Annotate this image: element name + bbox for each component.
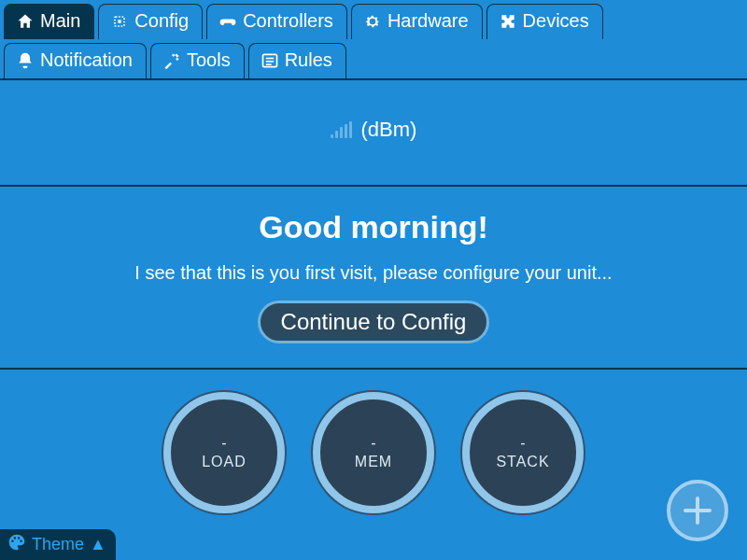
gauge-label: LOAD [202,454,247,470]
chevron-up-icon: ▲ [90,535,106,554]
tab-devices[interactable]: Devices [486,4,603,39]
palette-icon [7,533,26,556]
chip-icon [110,12,129,31]
welcome-title: Good morning! [19,209,728,245]
tab-tools[interactable]: Tools [150,43,245,78]
signal-bars-icon [331,121,352,138]
gauge-stack: - STACK [462,392,584,513]
tab-label: Controllers [243,10,333,32]
tab-label: Main [40,10,80,32]
list-icon [261,51,279,70]
tab-bar: Main Config Controllers Hardware Devices… [0,0,747,80]
tab-label: Config [134,10,189,32]
signal-strength: (dBm) [0,80,747,185]
welcome-body: I see that this is you first visit, plea… [19,262,728,284]
tab-hardware[interactable]: Hardware [351,4,483,39]
gamepad-icon [218,12,237,31]
tab-label: Devices [523,10,589,32]
gauge-label: STACK [496,454,549,470]
gauge-mem: - MEM [313,392,434,513]
tab-label: Tools [187,49,231,71]
gauge-value: - [221,435,226,452]
home-icon [16,12,35,31]
gauge-load: - LOAD [163,392,285,513]
welcome-panel: Good morning! I see that this is you fir… [0,185,747,368]
tab-label: Hardware [388,10,469,32]
gauge-value: - [371,435,375,452]
gauge-label: MEM [355,454,392,470]
tools-icon [162,51,181,70]
tab-main[interactable]: Main [4,4,94,39]
gauge-value: - [520,435,525,452]
continue-config-button[interactable]: Continue to Config [258,301,490,343]
bell-icon [16,51,35,70]
theme-toggle[interactable]: Theme ▲ [0,529,116,560]
tab-config[interactable]: Config [98,4,203,39]
tab-label: Rules [285,49,332,71]
tab-controllers[interactable]: Controllers [206,4,347,39]
gear-icon [363,12,382,31]
gauges-row: - LOAD - MEM - STACK [0,368,747,513]
signal-label: (dBm) [361,118,417,142]
svg-rect-1 [119,20,121,22]
theme-label: Theme [32,535,84,554]
tab-notification[interactable]: Notification [4,43,147,78]
puzzle-icon [499,12,517,31]
add-button[interactable] [667,480,728,541]
tab-rules[interactable]: Rules [248,43,346,78]
tab-label: Notification [40,49,133,71]
